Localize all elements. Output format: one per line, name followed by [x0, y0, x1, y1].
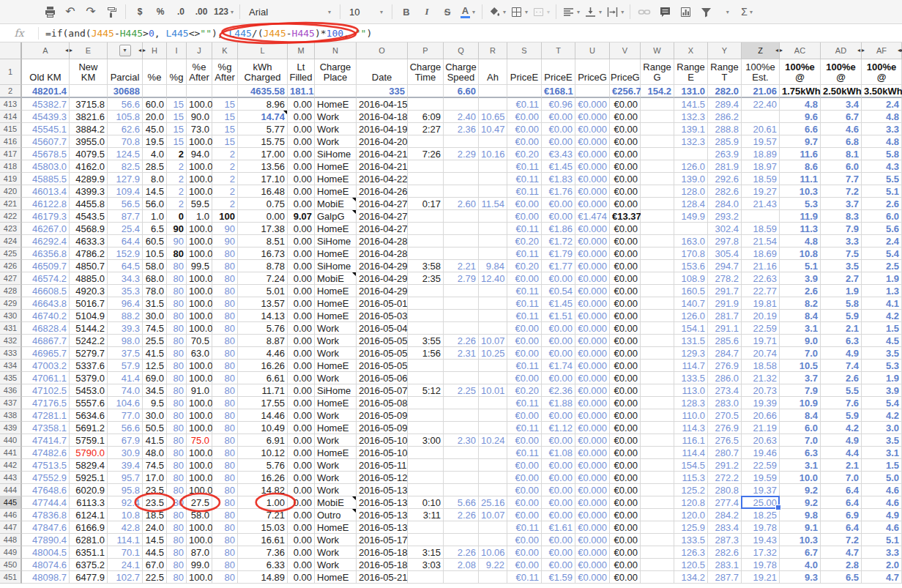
cell-O440[interactable]: 2016-05-10	[357, 434, 408, 447]
cell-M424[interactable]: 0.00	[288, 235, 315, 248]
cell-V450[interactable]: €0.00	[610, 559, 641, 571]
cell-A433[interactable]: 46965.7	[22, 347, 70, 360]
cell-T430[interactable]: €1.51	[542, 310, 575, 322]
cell-W418[interactable]	[641, 160, 674, 173]
cell-Z421[interactable]: 21.43	[742, 198, 780, 210]
cell-R432[interactable]: 10.07	[479, 335, 507, 347]
cell-P423[interactable]	[408, 223, 444, 235]
cell-S423[interactable]: €0.11	[507, 223, 542, 235]
cell-AC423[interactable]: 11.3	[780, 223, 821, 235]
cell-Y432[interactable]: 285.6	[708, 335, 742, 347]
cell-P425[interactable]	[408, 248, 444, 260]
cell-L431[interactable]: 5.76	[238, 322, 288, 335]
cell-Y449[interactable]: 282.6	[708, 546, 742, 559]
cell-I430[interactable]: 80	[167, 310, 187, 322]
cell-K450[interactable]: 80	[212, 559, 238, 571]
cell-N443[interactable]: Work	[315, 472, 357, 484]
cell-P422[interactable]	[408, 210, 444, 223]
cell-T434[interactable]: €1.74	[542, 360, 575, 372]
cell-H451[interactable]: 22.5	[143, 571, 167, 584]
cell-P432[interactable]: 3:55	[408, 335, 444, 347]
cell-Z416[interactable]: 19.57	[742, 135, 780, 148]
cell-I448[interactable]: 80	[167, 534, 187, 546]
cell-W451[interactable]	[641, 571, 674, 584]
cell-L451[interactable]: 14.89	[238, 571, 288, 584]
cell-U427[interactable]: €0.000	[575, 272, 610, 285]
column-header-Y[interactable]: Y	[708, 42, 742, 59]
cell-F428[interactable]: 35.3	[108, 285, 143, 297]
cell-A435[interactable]: 47061.1	[22, 372, 70, 384]
cell-P437[interactable]	[408, 397, 444, 409]
cell-J426[interactable]: 99.5	[187, 260, 212, 272]
cell-O430[interactable]: 2016-05-03	[357, 310, 408, 322]
cell-L450[interactable]: 6.33	[238, 559, 288, 571]
cell-Q417[interactable]: 2.29	[444, 148, 479, 160]
cell-H420[interactable]: 14.5	[143, 185, 167, 198]
cell-R425[interactable]	[479, 248, 507, 260]
cell-K448[interactable]: 80	[212, 534, 238, 546]
cell-F417[interactable]: 124.5	[108, 148, 143, 160]
cell-W415[interactable]	[641, 123, 674, 135]
cell-L441[interactable]: 10.12	[238, 447, 288, 459]
cell-AD416[interactable]: 6.8	[821, 135, 862, 148]
cell-E435[interactable]: 5379.0	[70, 372, 108, 384]
cell-I426[interactable]: 80	[167, 260, 187, 272]
cell-F435[interactable]: 41.4	[108, 372, 143, 384]
cell-J433[interactable]: 63.0	[187, 347, 212, 360]
cell-F423[interactable]: 25.4	[108, 223, 143, 235]
cell-X413[interactable]: 141.5	[674, 98, 708, 111]
cell-S417[interactable]: €0.20	[507, 148, 542, 160]
cell-Q433[interactable]: 2.31	[444, 347, 479, 360]
cell-Q423[interactable]	[444, 223, 479, 235]
cell-P424[interactable]	[408, 235, 444, 248]
cell-X430[interactable]: 126.0	[674, 310, 708, 322]
cell-AC418[interactable]: 8.6	[780, 160, 821, 173]
cell-K438[interactable]: 80	[212, 409, 238, 422]
cell-AC443[interactable]: 10.0	[780, 472, 821, 484]
cell-AC426[interactable]: 5.1	[780, 260, 821, 272]
cell-H449[interactable]: 44.5	[143, 546, 167, 559]
cell-J419[interactable]: 100.0	[187, 173, 212, 185]
cell-U419[interactable]: €0.000	[575, 173, 610, 185]
cell-U416[interactable]: €0.000	[575, 135, 610, 148]
cell-R438[interactable]	[479, 409, 507, 422]
cell-W450[interactable]	[641, 559, 674, 571]
cell-A449[interactable]: 48004.5	[22, 546, 70, 559]
cell-A446[interactable]: 47836.8	[22, 509, 70, 521]
cell-J447[interactable]: 100.0	[187, 521, 212, 534]
cell-S424[interactable]: €0.20	[507, 235, 542, 248]
cell-A445[interactable]: 47744.4	[22, 496, 70, 509]
cell-P431[interactable]	[408, 322, 444, 335]
cell-J429[interactable]: 100.0	[187, 297, 212, 310]
cell-L420[interactable]: 16.48	[238, 185, 288, 198]
cell-H429[interactable]: 31.5	[143, 297, 167, 310]
cell-N425[interactable]: HomeE	[315, 248, 357, 260]
cell-E2[interactable]	[70, 85, 108, 98]
row-header-442[interactable]: 442	[0, 459, 22, 472]
cell-I415[interactable]: 15	[167, 123, 187, 135]
cell-V421[interactable]: €0.00	[610, 198, 641, 210]
row-header-448[interactable]: 448	[0, 534, 22, 546]
column-header-K[interactable]: K	[212, 42, 238, 59]
cell-AD438[interactable]: 5.9	[821, 409, 862, 422]
cell-R2[interactable]	[479, 85, 507, 98]
cell-N436[interactable]: SiHome	[315, 384, 357, 397]
cell-T428[interactable]: €0.54	[542, 285, 575, 297]
cell-P434[interactable]	[408, 360, 444, 372]
cell-U426[interactable]: €0.000	[575, 260, 610, 272]
cell-S436[interactable]: €0.20	[507, 384, 542, 397]
cell-AC414[interactable]: 9.6	[780, 111, 821, 123]
cell-Q428[interactable]	[444, 285, 479, 297]
cell-U417[interactable]: €0.000	[575, 148, 610, 160]
cell-R436[interactable]: 10.01	[479, 384, 507, 397]
cell-Y422[interactable]: 293.2	[708, 210, 742, 223]
cell-J415[interactable]: 73.0	[187, 123, 212, 135]
cell-V417[interactable]: €0.00	[610, 148, 641, 160]
cell-Z430[interactable]: 20.19	[742, 310, 780, 322]
cell-AD432[interactable]: 6.3	[821, 335, 862, 347]
cell-J450[interactable]: 99.0	[187, 559, 212, 571]
cell-P449[interactable]: 3:15	[408, 546, 444, 559]
cell-X422[interactable]: 149.9	[674, 210, 708, 223]
cell-A442[interactable]: 47513.5	[22, 459, 70, 472]
cell-U451[interactable]: €0.000	[575, 571, 610, 584]
